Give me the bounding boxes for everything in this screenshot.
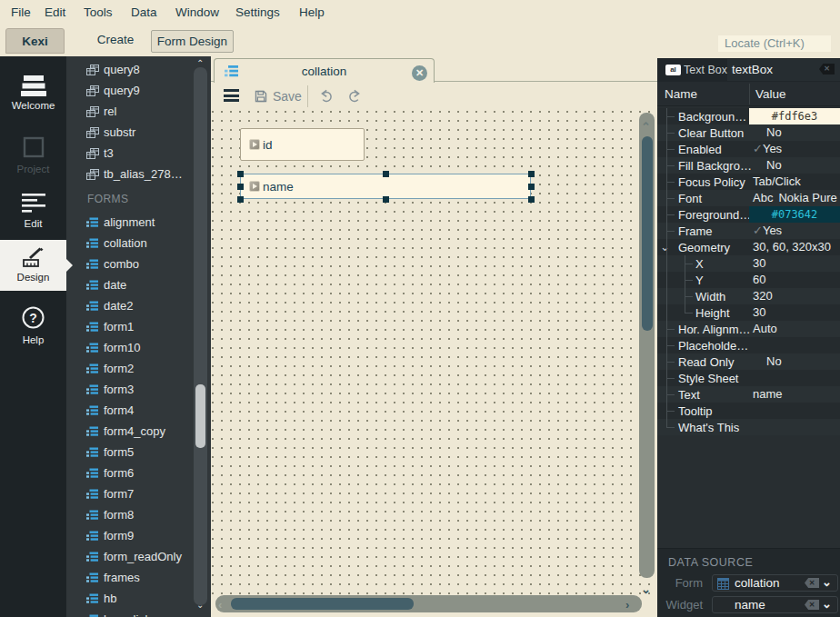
navigator-item-form4[interactable]: form4 [66, 400, 211, 421]
navigator-item-date2[interactable]: date2 [66, 295, 211, 316]
property-value[interactable] [749, 370, 840, 386]
menu-file[interactable]: File [11, 0, 31, 25]
menu-window[interactable]: Window [175, 0, 219, 25]
navigator-item-form9[interactable]: form9 [66, 525, 211, 546]
value-column-header[interactable]: Value [755, 82, 786, 106]
canvas-vscrollbar-thumb[interactable] [642, 136, 653, 331]
property-row-clear-button[interactable]: Clear ButtonNo [657, 124, 840, 141]
property-row-enabled[interactable]: Enabled✓Yes [657, 141, 840, 157]
redo-icon[interactable] [346, 88, 362, 104]
property-value[interactable]: ✓Yes [749, 223, 840, 239]
property-value[interactable]: 30 [749, 304, 840, 321]
widget-combobox[interactable]: name ✕ ⌄ [712, 596, 838, 613]
clear-widget-icon[interactable]: ✕ [805, 600, 819, 610]
property-row-style-sheet[interactable]: Style Sheet [657, 370, 840, 386]
form-widget-id[interactable]: id [240, 128, 365, 161]
property-row-text[interactable]: Textname [657, 386, 840, 403]
sidebar-item-design[interactable] [0, 247, 66, 272]
navigator-item-form7[interactable]: form7 [66, 483, 211, 504]
property-value[interactable] [749, 403, 840, 419]
tab-kexi[interactable]: Kexi [5, 28, 65, 54]
property-value[interactable]: No [749, 124, 840, 141]
selection-handle[interactable] [237, 171, 244, 177]
canvas-scroll-left-icon[interactable]: ‹ [218, 598, 222, 612]
navigator-item-substr[interactable]: substr [66, 122, 211, 143]
property-value[interactable]: 30 [749, 255, 840, 272]
property-value[interactable] [749, 419, 840, 435]
property-row-font[interactable]: FontAbcNokia Pure Text 8 [657, 190, 840, 206]
form-design-canvas[interactable]: id name [211, 111, 657, 595]
property-value[interactable]: AbcNokia Pure Text 8 [749, 190, 840, 206]
navigator-item-tb-alias-278-[interactable]: tb_alias_278… [66, 164, 211, 184]
selection-handle[interactable] [383, 171, 389, 177]
navigator-item-form5[interactable]: form5 [66, 442, 211, 463]
sidebar-item-edit[interactable] [0, 193, 66, 218]
property-value[interactable]: No [749, 353, 840, 370]
sidebar-item-project[interactable] [0, 136, 66, 162]
navigator-item-combo[interactable]: combo [66, 254, 211, 274]
menu-tools[interactable]: Tools [84, 0, 113, 25]
navigator-item-form10[interactable]: form10 [66, 337, 211, 358]
property-value[interactable]: No [749, 157, 840, 174]
navigator-item-form3[interactable]: form3 [66, 379, 211, 400]
menu-edit[interactable]: Edit [45, 0, 65, 25]
property-value[interactable]: 30, 60, 320x30 [749, 239, 840, 255]
save-button[interactable]: Save [254, 85, 302, 107]
navigator-item-hyperlink[interactable]: hyperlink [66, 609, 211, 617]
property-value[interactable]: 320 [749, 288, 840, 304]
property-value[interactable]: 60 [749, 272, 840, 288]
property-row-focus-policy[interactable]: Focus PolicyTab/Click [657, 174, 840, 190]
navigator-item-form1[interactable]: form1 [66, 316, 211, 337]
navigator-item-collation[interactable]: collation [66, 233, 211, 254]
property-value[interactable]: Tab/Click [749, 174, 840, 190]
property-value[interactable]: ✓Yes [749, 141, 840, 157]
property-value[interactable]: name [749, 386, 840, 403]
selection-handle[interactable] [528, 184, 535, 190]
menu-data[interactable]: Data [131, 0, 157, 25]
property-value[interactable]: #fdf6e3 [749, 108, 840, 124]
selection-handle[interactable] [528, 171, 535, 177]
property-row-foreground-[interactable]: Foreground…#073642 [657, 206, 840, 223]
canvas-scroll-down-icon[interactable]: ⌄ [641, 582, 651, 596]
property-row-what-s-this[interactable]: What's This [657, 419, 840, 435]
navigator-item-date[interactable]: date [66, 274, 211, 295]
navigator-item-form8[interactable]: form8 [66, 504, 211, 525]
document-tab-collation[interactable]: collation ✕ [214, 58, 435, 83]
property-row-frame[interactable]: Frame✓Yes [657, 223, 840, 239]
navigator-item-query8[interactable]: query8 [66, 59, 211, 80]
name-column-header[interactable]: Name [665, 82, 697, 106]
selection-handle[interactable] [383, 196, 389, 203]
menu-settings[interactable]: Settings [235, 0, 280, 25]
locate-input[interactable]: Locate (Ctrl+K) [718, 35, 831, 52]
menu-help[interactable]: Help [299, 0, 325, 25]
selection-handle[interactable] [528, 196, 535, 203]
property-row-geometry[interactable]: ⌄Geometry30, 60, 320x30 [657, 239, 840, 255]
menu-hamburger-icon[interactable] [224, 89, 239, 102]
navigator-item-frames[interactable]: frames [66, 567, 211, 588]
property-row-placeholde-[interactable]: Placeholde… [657, 337, 840, 353]
property-row-fill-backgro-[interactable]: Fill Backgro…No [657, 157, 840, 174]
property-row-read-only[interactable]: Read OnlyNo [657, 353, 840, 370]
property-row-hor-alignm-[interactable]: Hor. Alignm…Auto [657, 321, 840, 337]
selection-handle[interactable] [237, 184, 244, 190]
navigator-scroll-up-icon[interactable]: ⌃ [196, 58, 204, 68]
navigator-scrollbar-thumb[interactable] [195, 384, 205, 448]
property-row-backgroun-[interactable]: Backgroun…#fdf6e3 [657, 108, 840, 124]
form-combobox[interactable]: collation ✕ ⌄ [712, 574, 838, 592]
canvas-scroll-up-icon[interactable]: ⌃ [641, 120, 651, 134]
undo-icon[interactable] [319, 88, 335, 104]
navigator-item-t3[interactable]: t3 [66, 143, 211, 164]
column-separator[interactable] [749, 84, 750, 104]
property-value[interactable]: #073642 [749, 206, 840, 223]
property-row-tooltip[interactable]: Tooltip [657, 403, 840, 419]
navigator-item-rel[interactable]: rel [66, 101, 211, 122]
clear-form-icon[interactable]: ✕ [805, 578, 819, 588]
sidebar-item-help[interactable]: ? [0, 306, 66, 333]
property-value[interactable] [749, 337, 840, 353]
navigator-scrollbar-track[interactable] [194, 67, 207, 605]
navigator-item-form6[interactable]: form6 [66, 463, 211, 483]
canvas-hscrollbar-thumb[interactable] [231, 598, 414, 610]
canvas-scroll-right-icon[interactable]: › [625, 598, 629, 612]
navigator-item-form2[interactable]: form2 [66, 358, 211, 379]
navigator-item-alignment[interactable]: alignment [66, 212, 211, 233]
